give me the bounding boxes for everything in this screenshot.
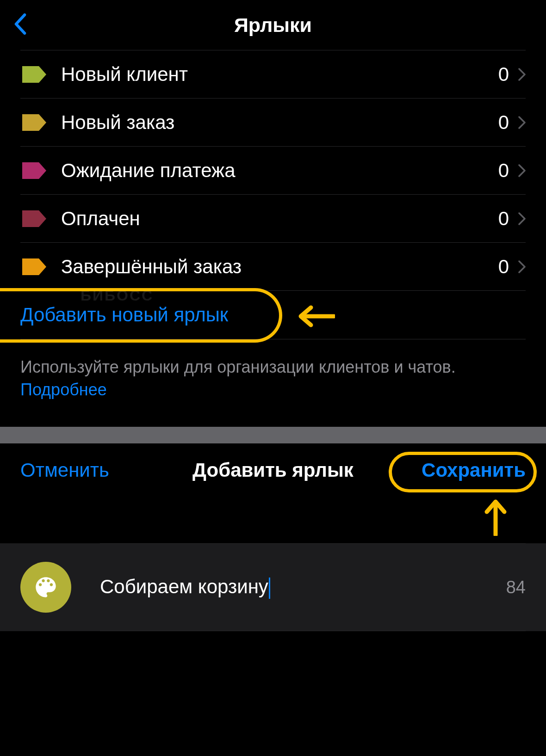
help-text-body: Используйте ярлыки для организации клиен…	[20, 357, 456, 376]
add-label-row[interactable]: БИБОСС Добавить новый ярлык	[20, 291, 526, 339]
label-name: Новый заказ	[61, 111, 498, 134]
label-row[interactable]: Новый заказ 0	[20, 98, 526, 147]
color-picker-button[interactable]	[20, 562, 71, 613]
chevron-left-icon	[14, 13, 27, 35]
label-name: Завершённый заказ	[61, 256, 498, 278]
tag-icon	[20, 160, 48, 181]
label-count: 0	[498, 160, 509, 182]
palette-icon	[34, 575, 58, 599]
label-count: 0	[498, 111, 509, 134]
arrow-up-icon	[484, 499, 507, 536]
label-name: Оплачен	[61, 208, 498, 230]
page-title: Ярлыки	[234, 14, 312, 37]
chevron-right-icon	[518, 260, 526, 273]
back-button[interactable]	[14, 13, 27, 37]
chevron-right-icon	[518, 116, 526, 129]
label-name: Ожидание платежа	[61, 160, 498, 182]
add-label-link: Добавить новый ярлык	[20, 304, 228, 326]
help-link[interactable]: Подробнее	[20, 380, 107, 399]
char-remaining: 84	[506, 578, 526, 597]
label-row[interactable]: Завершённый заказ 0	[20, 243, 526, 291]
label-count: 0	[498, 208, 509, 230]
tag-icon	[20, 257, 48, 277]
label-name: Новый клиент	[61, 63, 498, 86]
help-text: Используйте ярлыки для организации клиен…	[0, 339, 546, 427]
label-count: 0	[498, 63, 509, 86]
label-row[interactable]: Оплачен 0	[20, 195, 526, 243]
save-button[interactable]: Сохранить	[422, 459, 526, 481]
dialog-title: Добавить ярлык	[192, 459, 354, 481]
top-header: Ярлыки	[0, 0, 546, 50]
cancel-button[interactable]: Отменить	[20, 459, 109, 481]
labels-list: Новый клиент 0 Новый заказ 0 Ожидание пл…	[0, 50, 546, 339]
label-input-wrap: Собираем корзину 84	[100, 543, 526, 631]
label-count: 0	[498, 256, 509, 278]
arrow-left-icon	[298, 305, 335, 328]
label-row[interactable]: Ожидание платежа 0	[20, 147, 526, 195]
tag-icon	[20, 209, 48, 229]
label-name-input[interactable]: Собираем корзину	[100, 576, 497, 599]
text-caret	[269, 578, 270, 599]
dialog-header: Отменить Добавить ярлык Сохранить	[0, 443, 546, 497]
tag-icon	[20, 64, 48, 85]
section-separator	[0, 427, 546, 443]
chevron-right-icon	[518, 68, 526, 81]
chevron-right-icon	[518, 212, 526, 225]
label-input-section: Собираем корзину 84	[0, 543, 546, 631]
chevron-right-icon	[518, 164, 526, 177]
tag-icon	[20, 112, 48, 133]
label-row[interactable]: Новый клиент 0	[20, 50, 526, 98]
